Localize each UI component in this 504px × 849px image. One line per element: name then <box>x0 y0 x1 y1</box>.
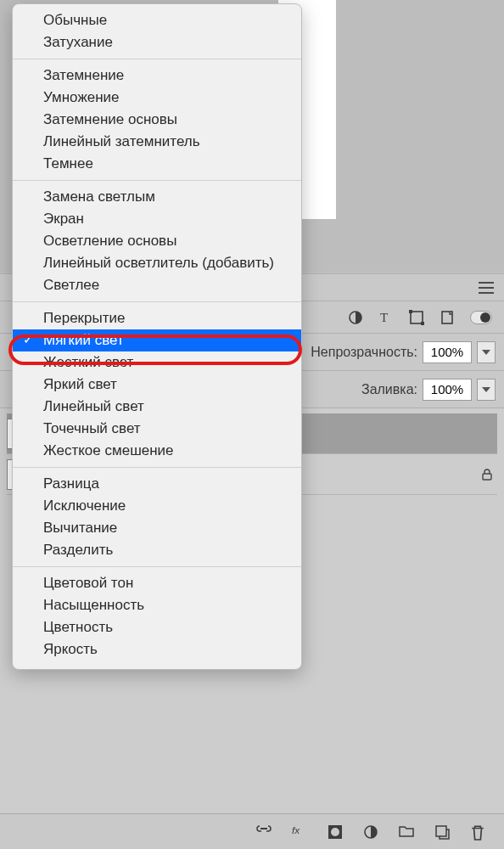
blend-mode-item[interactable]: Жесткий свет <box>13 351 301 374</box>
blend-mode-item[interactable]: Затемнение основы <box>13 109 301 131</box>
smartobject-icon[interactable] <box>440 310 455 325</box>
blend-mode-item[interactable]: Умножение <box>13 87 301 109</box>
blend-mode-item[interactable]: Цветность <box>13 616 301 638</box>
blend-mode-item[interactable]: Мягкий свет <box>13 329 301 351</box>
blend-mode-item[interactable]: Насыщенность <box>13 594 301 616</box>
blend-mode-item[interactable]: Осветление основы <box>13 230 301 252</box>
svg-rect-12 <box>436 826 446 836</box>
svg-point-10 <box>331 828 339 836</box>
blend-mode-item[interactable]: Светлее <box>13 274 301 296</box>
menu-separator <box>13 467 301 468</box>
svg-text:fx: fx <box>292 824 300 835</box>
fill-dropdown-button[interactable] <box>477 379 496 401</box>
adjustment-icon[interactable] <box>348 310 363 325</box>
adjustment-layer-icon[interactable] <box>363 824 378 840</box>
svg-rect-2 <box>411 312 423 323</box>
blend-mode-item[interactable]: Линейный свет <box>13 396 301 418</box>
fill-label: Заливка: <box>361 382 417 397</box>
layer-bottom-bar: fx <box>0 813 504 849</box>
menu-separator <box>13 180 301 181</box>
blend-mode-item[interactable]: Яркий свет <box>13 374 301 396</box>
blend-mode-item[interactable]: Цветовой тон <box>13 572 301 594</box>
blend-mode-item[interactable]: Перекрытие <box>13 307 301 329</box>
blend-mode-item[interactable]: Исключение <box>13 495 301 517</box>
opacity-value[interactable]: 100% <box>423 341 472 363</box>
shape-icon[interactable] <box>409 310 424 325</box>
group-icon[interactable] <box>399 824 414 840</box>
trash-icon[interactable] <box>470 824 485 840</box>
blend-mode-item[interactable]: Яркость <box>13 638 301 661</box>
fx-icon[interactable]: fx <box>292 824 307 840</box>
blend-mode-item[interactable]: Линейный затемнитель <box>13 131 301 153</box>
blend-mode-item[interactable]: Затухание <box>13 31 301 53</box>
type-icon[interactable]: T <box>378 310 394 325</box>
menu-separator <box>13 59 301 59</box>
svg-rect-4 <box>421 322 424 325</box>
blend-mode-item[interactable]: Разница <box>13 473 301 495</box>
svg-rect-5 <box>442 312 452 323</box>
svg-text:T: T <box>380 311 388 324</box>
blend-mode-item[interactable]: Жесткое смешение <box>13 440 301 462</box>
blend-mode-item[interactable]: Точечный свет <box>13 418 301 440</box>
blend-mode-item[interactable]: Обычные <box>13 9 301 31</box>
blend-mode-item[interactable]: Темнее <box>13 153 301 175</box>
new-layer-icon[interactable] <box>434 824 450 840</box>
blend-mode-item[interactable]: Затемнение <box>13 65 301 87</box>
blend-mode-item[interactable]: Разделить <box>13 539 301 561</box>
link-icon[interactable] <box>256 824 272 840</box>
blend-mode-item[interactable]: Экран <box>13 208 301 230</box>
menu-separator <box>13 301 301 302</box>
opacity-label: Непрозрачность: <box>311 345 417 360</box>
blend-mode-item[interactable]: Линейный осветлитель (добавить) <box>13 252 301 274</box>
lock-icon <box>480 468 497 481</box>
panel-menu-icon[interactable] <box>479 282 494 294</box>
blend-mode-item[interactable]: Вычитание <box>13 517 301 539</box>
menu-separator <box>13 566 301 567</box>
blend-mode-item[interactable]: Замена светлым <box>13 186 301 208</box>
svg-rect-7 <box>260 828 267 829</box>
fill-value[interactable]: 100% <box>423 379 472 401</box>
opacity-dropdown-button[interactable] <box>477 341 496 363</box>
filter-toggle[interactable] <box>470 311 492 324</box>
mask-icon[interactable] <box>328 824 343 840</box>
svg-rect-6 <box>483 474 491 480</box>
svg-rect-3 <box>409 310 412 313</box>
blend-mode-menu[interactable]: ОбычныеЗатуханиеЗатемнениеУмножениеЗатем… <box>12 3 302 670</box>
